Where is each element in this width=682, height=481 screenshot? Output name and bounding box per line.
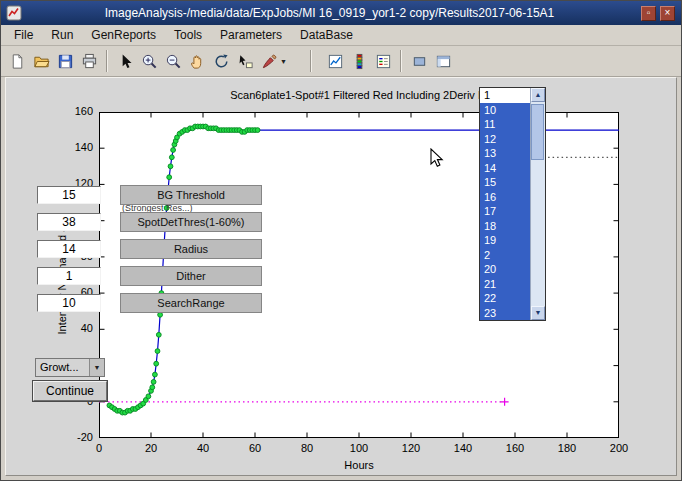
link-plot-button[interactable]	[323, 49, 347, 73]
zoom-out-button[interactable]	[161, 49, 185, 73]
listbox-item-1[interactable]: 1	[480, 88, 530, 103]
open-file-button[interactable]	[29, 49, 53, 73]
spot-det-thres-button[interactable]: SpotDetThres(1-60%)	[120, 212, 262, 232]
menu-item-genreports[interactable]: GenReports	[82, 26, 165, 44]
y-tick-label: 40	[51, 322, 93, 334]
x-tick-label: 80	[287, 442, 327, 454]
bg-threshold-button[interactable]: BG Threshold	[120, 185, 262, 205]
scrollbar-thumb[interactable]	[531, 104, 544, 160]
growth-dropdown[interactable]: Growt... ▼	[35, 358, 105, 377]
colorbar-icon	[351, 53, 368, 70]
listbox-item-16[interactable]: 16	[480, 190, 530, 205]
menu-item-database[interactable]: DataBase	[291, 26, 362, 44]
hide-plot-tools-icon	[411, 53, 428, 70]
brush-menu-button[interactable]: ▼	[277, 49, 290, 73]
listbox-item-13[interactable]: 13	[480, 146, 530, 161]
search-range-button[interactable]: SearchRange	[120, 293, 262, 313]
listbox-item-10[interactable]: 10	[480, 103, 530, 118]
x-tick-label: 100	[339, 442, 379, 454]
open-folder-icon	[33, 53, 50, 70]
y-tick-label: 160	[51, 105, 93, 117]
menu-item-file[interactable]: File	[5, 26, 42, 44]
dither-button[interactable]: Dither	[120, 266, 262, 286]
continue-button[interactable]: Continue	[33, 381, 107, 401]
x-axis-label: Hours	[99, 459, 619, 471]
search-range-input[interactable]	[37, 294, 101, 312]
listbox-item-12[interactable]: 12	[480, 132, 530, 147]
pointer-icon	[117, 53, 134, 70]
x-tick-label: 200	[599, 442, 639, 454]
listbox-item-15[interactable]: 15	[480, 175, 530, 190]
data-cursor-icon	[237, 53, 254, 70]
radius-input[interactable]	[37, 240, 101, 258]
x-tick-label: 40	[183, 442, 223, 454]
menu-item-run[interactable]: Run	[42, 26, 82, 44]
pan-button[interactable]	[185, 49, 209, 73]
radius-row: Radius	[37, 239, 267, 259]
x-tick-label: 140	[443, 442, 483, 454]
edit-plot-button[interactable]	[113, 49, 137, 73]
insert-legend-button[interactable]	[371, 49, 395, 73]
listbox-item-2[interactable]: 2	[480, 248, 530, 263]
rotate-3d-button[interactable]	[209, 49, 233, 73]
window-controls: ▫ ×	[641, 6, 675, 21]
listbox-item-17[interactable]: 17	[480, 204, 530, 219]
listbox-item-19[interactable]: 19	[480, 233, 530, 248]
app-window: ImageAnalysis-/media/data/ExpJobs/MI 16_…	[0, 0, 682, 481]
close-button[interactable]: ×	[660, 6, 675, 21]
y-tick-label: 140	[51, 141, 93, 153]
print-figure-button[interactable]	[77, 49, 101, 73]
spot-det-thres-input[interactable]	[37, 213, 101, 231]
radius-button[interactable]: Radius	[120, 239, 262, 259]
dropdown-arrow-icon[interactable]: ▼	[89, 359, 104, 376]
app-icon	[6, 5, 22, 21]
brush-icon	[261, 53, 278, 70]
listbox-item-11[interactable]: 11	[480, 117, 530, 132]
print-icon	[81, 53, 98, 70]
listbox-item-23[interactable]: 23	[480, 306, 530, 321]
listbox-items: 110111213141516171819220212223	[480, 88, 530, 320]
scrollbar-track[interactable]	[531, 102, 545, 306]
menu-bar: FileRunGenReportsToolsParametersDataBase	[1, 25, 681, 46]
show-plot-tools-button[interactable]	[431, 49, 455, 73]
zoom-in-button[interactable]	[137, 49, 161, 73]
window-title: ImageAnalysis-/media/data/ExpJobs/MI 16_…	[22, 6, 637, 20]
x-tick-label: 160	[495, 442, 535, 454]
mouse-cursor	[430, 148, 444, 168]
spot-det-thres-row: SpotDetThres(1-60%)	[37, 212, 267, 232]
x-tick-label: 20	[131, 442, 171, 454]
bg-threshold-row: BG Threshold	[37, 185, 267, 205]
scroll-down-icon[interactable]: ▼	[531, 306, 545, 320]
listbox-item-22[interactable]: 22	[480, 291, 530, 306]
bg-threshold-input[interactable]	[37, 186, 101, 204]
listbox-item-18[interactable]: 18	[480, 219, 530, 234]
iconify-button[interactable]: ▫	[641, 6, 656, 21]
legend-icon	[375, 53, 392, 70]
toolbar-separator	[400, 50, 402, 72]
data-cursor-button[interactable]	[233, 49, 257, 73]
menu-item-tools[interactable]: Tools	[165, 26, 211, 44]
link-plot-icon	[327, 53, 344, 70]
zoom-in-icon	[141, 53, 158, 70]
listbox-item-21[interactable]: 21	[480, 277, 530, 292]
new-figure-button[interactable]	[5, 49, 29, 73]
toolbar: ▼	[1, 46, 681, 77]
hide-plot-tools-button[interactable]	[407, 49, 431, 73]
scroll-up-icon[interactable]: ▲	[531, 88, 545, 102]
dither-row: Dither	[37, 266, 267, 286]
rotate-3d-icon	[213, 53, 230, 70]
dither-input[interactable]	[37, 267, 101, 285]
search-range-row: SearchRange	[37, 293, 267, 313]
save-figure-button[interactable]	[53, 49, 77, 73]
x-tick-label: 0	[79, 442, 119, 454]
listbox-item-20[interactable]: 20	[480, 262, 530, 277]
toolbar-separator	[106, 50, 108, 72]
new-document-icon	[9, 53, 26, 70]
spot-listbox[interactable]: 110111213141516171819220212223 ▲ ▼	[479, 87, 546, 321]
listbox-scrollbar[interactable]: ▲ ▼	[530, 88, 545, 320]
save-icon	[57, 53, 74, 70]
listbox-item-14[interactable]: 14	[480, 161, 530, 176]
menu-item-parameters[interactable]: Parameters	[211, 26, 291, 44]
figure-canvas: Scan6plate1-Spot#1 Filtered Red Includin…	[5, 77, 677, 476]
insert-colorbar-button[interactable]	[347, 49, 371, 73]
